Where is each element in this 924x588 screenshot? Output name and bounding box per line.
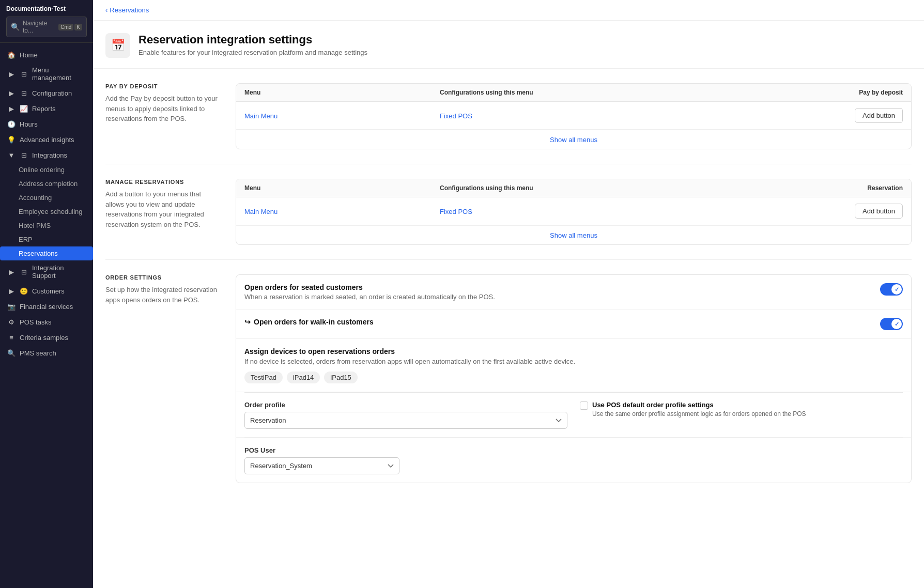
- table-row: Main Menu Fixed POS Add button: [236, 197, 911, 225]
- order-settings-label: ORDER SETTINGS: [105, 274, 219, 281]
- page-header: 📅 Reservation integration settings Enabl…: [93, 21, 924, 69]
- breadcrumb: ‹ Reservations: [93, 0, 924, 21]
- col-config-header: Configurations using this menu: [440, 89, 830, 96]
- pos-user-section: POS User Reservation_System: [236, 438, 911, 483]
- sidebar-sub-erp[interactable]: ERP: [0, 233, 93, 246]
- chevron-down-icon: ▼: [7, 151, 16, 159]
- sidebar-sub-accounting[interactable]: Accounting: [0, 191, 93, 205]
- pay-by-deposit-section: PAY BY DEPOSIT Add the Pay by deposit bu…: [105, 69, 912, 164]
- financial-icon: 📷: [7, 302, 16, 311]
- toggle-knob-2: ✓: [891, 319, 902, 329]
- pay-by-deposit-info: PAY BY DEPOSIT Add the Pay by deposit bu…: [105, 83, 219, 149]
- pay-by-deposit-desc: Add the Pay by deposit button to your me…: [105, 94, 219, 124]
- chevron-right-icon: ▶: [7, 89, 16, 97]
- sidebar-item-advanced-insights-label: Advanced insights: [20, 136, 74, 144]
- page-icon: 📅: [105, 33, 130, 58]
- breadcrumb-link[interactable]: Reservations: [110, 6, 149, 14]
- customers-icon: 🙂: [20, 287, 28, 295]
- sidebar-item-customers[interactable]: ▶ 🙂 Customers: [0, 283, 93, 299]
- calendar-icon: 📅: [111, 39, 125, 52]
- sidebar-item-home-label: Home: [20, 51, 38, 59]
- sidebar-sub-online-ordering[interactable]: Online ordering: [0, 163, 93, 177]
- col-menu-header: Menu: [244, 89, 440, 96]
- walkin-customers-toggle[interactable]: ✓: [880, 318, 903, 330]
- content-area: PAY BY DEPOSIT Add the Pay by deposit bu…: [93, 69, 924, 498]
- fixed-pos-link-2[interactable]: Fixed POS: [440, 208, 472, 215]
- pay-by-deposit-label: PAY BY DEPOSIT: [105, 83, 219, 89]
- sidebar-item-hours-label: Hours: [20, 120, 38, 128]
- order-profile-select[interactable]: Reservation: [244, 412, 567, 429]
- k-kbd: K: [74, 24, 82, 30]
- sidebar-sub-address-completion[interactable]: Address completion: [0, 177, 93, 191]
- config-cell-2: Fixed POS: [440, 207, 830, 215]
- pos-user-select[interactable]: Reservation_System: [244, 457, 399, 474]
- sidebar-item-home[interactable]: 🏠 Home: [0, 47, 93, 63]
- order-settings-section: ORDER SETTINGS Set up how the integrated…: [105, 260, 912, 498]
- sidebar-item-financial-services[interactable]: 📷 Financial services: [0, 299, 93, 314]
- add-button-pay-deposit[interactable]: Add button: [855, 108, 903, 123]
- device-tags: TestiPad iPad14 iPad15: [244, 372, 903, 383]
- pay-by-deposit-content: Menu Configurations using this menu Pay …: [236, 83, 912, 149]
- order-settings-desc: Set up how the integrated reservation ap…: [105, 285, 219, 305]
- show-all-menus-link-2[interactable]: Show all menus: [550, 231, 597, 239]
- sidebar-sub-employee-scheduling[interactable]: Employee scheduling: [0, 205, 93, 219]
- chevron-right-icon-customers: ▶: [7, 287, 16, 295]
- sidebar-item-configuration-label: Configuration: [32, 89, 72, 97]
- seated-customers-title: Open orders for seated customers: [244, 283, 495, 291]
- add-button-manage-reservation[interactable]: Add button: [855, 204, 903, 219]
- col-action-header-2: Reservation: [830, 184, 903, 192]
- menu-management-icon: ▶: [7, 70, 16, 78]
- sidebar-sub-hotel-pms[interactable]: Hotel PMS: [0, 219, 93, 233]
- manage-reservations-section: MANAGE RESERVATIONS Add a button to your…: [105, 164, 912, 260]
- hours-icon: 🕐: [7, 120, 16, 128]
- fixed-pos-link-1[interactable]: Fixed POS: [440, 112, 472, 120]
- main-menu-link-1[interactable]: Main Menu: [244, 112, 278, 120]
- show-all-menus-link-1[interactable]: Show all menus: [550, 136, 597, 144]
- config-icon: ⊞: [20, 89, 28, 97]
- order-settings-card: Open orders for seated customers When a …: [236, 274, 912, 483]
- sidebar-item-pos-tasks[interactable]: ⚙ POS tasks: [0, 314, 93, 330]
- device-tag-testipad[interactable]: TestiPad: [244, 372, 283, 383]
- device-tag-ipad15[interactable]: iPad15: [324, 372, 357, 383]
- menu-cell: Main Menu: [244, 112, 440, 120]
- menu-cell-2: Main Menu: [244, 207, 440, 215]
- assign-devices-section: Assign devices to open reservations orde…: [236, 339, 911, 392]
- sidebar-item-reports[interactable]: ▶ 📈 Reports: [0, 101, 93, 116]
- sidebar-item-financial-services-label: Financial services: [20, 303, 73, 311]
- order-profile-right: Use POS default order profile settings U…: [580, 401, 903, 417]
- grid-icon: ⊞: [20, 70, 28, 78]
- sidebar-item-hours[interactable]: 🕐 Hours: [0, 116, 93, 132]
- page-subtitle: Enable features for your integrated rese…: [138, 49, 367, 56]
- col-menu-header-2: Menu: [244, 184, 440, 192]
- sidebar-item-configuration[interactable]: ▶ ⊞ Configuration: [0, 85, 93, 101]
- sidebar-item-advanced-insights[interactable]: 💡 Advanced insights: [0, 132, 93, 147]
- sidebar-item-pms-search[interactable]: 🔍 PMS search: [0, 345, 93, 361]
- page-title-block: Reservation integration settings Enable …: [138, 33, 367, 56]
- sidebar-item-integrations[interactable]: ▼ ⊞ Integrations: [0, 147, 93, 163]
- order-profile-section: Order profile Reservation Use POS defaul…: [236, 393, 911, 438]
- action-cell-2: Add button: [830, 204, 903, 219]
- sidebar-item-customers-label: Customers: [32, 287, 65, 295]
- main-menu-link-2[interactable]: Main Menu: [244, 208, 278, 215]
- use-default-label: Use POS default order profile settings U…: [592, 401, 806, 417]
- seated-customers-toggle[interactable]: ✓: [880, 283, 903, 296]
- nav-search-kbd: Cmd K: [58, 24, 82, 30]
- manage-reservations-info: MANAGE RESERVATIONS Add a button to your…: [105, 179, 219, 245]
- walkin-customers-info: ↪ Open orders for walk-in customers: [244, 318, 374, 328]
- order-settings-info: ORDER SETTINGS Set up how the integrated…: [105, 274, 219, 483]
- sidebar-item-pms-search-label: PMS search: [20, 349, 56, 357]
- sidebar-item-criteria-samples[interactable]: ≡ Criteria samples: [0, 330, 93, 345]
- use-default-checkbox[interactable]: [580, 401, 588, 410]
- reports-icon: 📈: [20, 104, 28, 113]
- sidebar-item-integration-support[interactable]: ▶ ⊞ Integration Support: [0, 260, 93, 283]
- main-content: ‹ Reservations 📅 Reservation integration…: [93, 0, 924, 588]
- sidebar-item-menu-management-label: Menu management: [32, 66, 86, 82]
- breadcrumb-chevron-icon: ‹: [105, 6, 107, 14]
- sidebar-item-criteria-samples-label: Criteria samples: [20, 334, 68, 342]
- seated-customers-row: Open orders for seated customers When a …: [236, 275, 911, 310]
- sidebar-item-menu-management[interactable]: ▶ ⊞ Menu management: [0, 63, 93, 85]
- seated-customers-desc: When a reservation is marked seated, an …: [244, 293, 495, 301]
- device-tag-ipad14[interactable]: iPad14: [287, 372, 320, 383]
- nav-search[interactable]: 🔍 Navigate to... Cmd K: [6, 17, 87, 37]
- sidebar-sub-reservations[interactable]: Reservations: [0, 246, 93, 260]
